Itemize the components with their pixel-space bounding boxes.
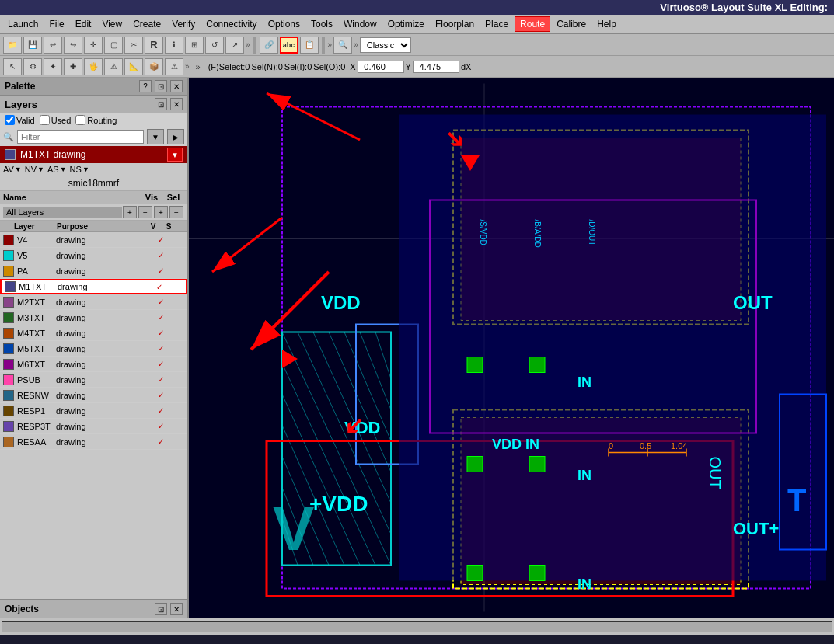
- hand-button[interactable]: 🖐: [84, 58, 103, 75]
- more-tools-3[interactable]: »: [354, 40, 358, 49]
- layer-row[interactable]: M6TXTdrawing✓: [0, 357, 187, 372]
- menu-verify[interactable]: Verify: [167, 17, 200, 31]
- av-select[interactable]: AV ▼: [3, 165, 22, 174]
- settings-button[interactable]: ⚙: [23, 58, 42, 75]
- layer-row[interactable]: M5TXTdrawing✓: [0, 341, 187, 357]
- layer-row[interactable]: RESNWdrawing✓: [0, 388, 187, 403]
- objects-expand[interactable]: ⊡: [155, 603, 167, 615]
- clipboard-button[interactable]: 📋: [300, 37, 319, 54]
- menu-help[interactable]: Help: [592, 17, 621, 31]
- more-tools-2[interactable]: »: [328, 40, 333, 49]
- filter-input[interactable]: [17, 130, 144, 144]
- menu-connectivity[interactable]: Connectivity: [201, 17, 261, 31]
- select-button[interactable]: ▢: [104, 37, 123, 54]
- canvas-area[interactable]: VDD VDD +VDD OUT OUT+ IN IN IN VDD IN 0 …: [189, 78, 834, 618]
- menu-options[interactable]: Options: [263, 17, 305, 31]
- abc-button[interactable]: abc: [280, 37, 298, 54]
- connect-button[interactable]: 🔗: [260, 37, 278, 54]
- all-layers-minus-vis[interactable]: −: [138, 206, 152, 218]
- valid-check[interactable]: Valid: [5, 115, 35, 125]
- layer-swatch: [3, 437, 14, 447]
- palette-help[interactable]: ?: [139, 80, 152, 92]
- routing-checkbox[interactable]: [75, 115, 85, 125]
- menu-view[interactable]: View: [97, 17, 127, 31]
- redo-button[interactable]: ↪: [64, 37, 82, 54]
- y-input[interactable]: [413, 61, 459, 73]
- layer-row[interactable]: M2TXTdrawing✓: [0, 294, 187, 310]
- used-check[interactable]: Used: [40, 115, 72, 125]
- layer-vis: ✓: [153, 251, 169, 259]
- all-layers-plus-vis[interactable]: +: [123, 206, 137, 218]
- warn-button[interactable]: ⚠: [104, 58, 123, 75]
- star-button[interactable]: ✦: [44, 58, 62, 75]
- menu-create[interactable]: Create: [128, 17, 166, 31]
- selected-layer-dropdown[interactable]: ▼: [167, 148, 183, 162]
- menu-file[interactable]: File: [44, 17, 68, 31]
- layer-row[interactable]: V5drawing✓: [0, 248, 187, 263]
- alert-button[interactable]: ⚠: [165, 58, 183, 75]
- palette-controls: ? ⊡ ✕: [139, 80, 183, 92]
- layer-row[interactable]: M3TXTdrawing✓: [0, 310, 187, 325]
- as-arrow[interactable]: ▼: [60, 165, 67, 173]
- undo-button[interactable]: ↩: [44, 37, 62, 54]
- box-button[interactable]: 📦: [145, 58, 163, 75]
- palette-title: Palette: [5, 81, 35, 92]
- used-checkbox[interactable]: [40, 115, 50, 125]
- menu-optimize[interactable]: Optimize: [383, 17, 429, 31]
- more-tools-1[interactable]: »: [246, 40, 250, 49]
- all-layers-plus-sel[interactable]: +: [154, 206, 168, 218]
- layer-checkboxes: Valid Used Routing: [0, 113, 187, 127]
- ns-select[interactable]: NS ▼: [70, 165, 89, 174]
- horizontal-scrollbar[interactable]: [2, 621, 832, 632]
- nv-arrow[interactable]: ▼: [37, 165, 44, 173]
- filter-arrow[interactable]: ▶: [167, 129, 184, 144]
- menu-route[interactable]: Route: [515, 16, 550, 32]
- as-select[interactable]: AS ▼: [47, 165, 67, 174]
- main-layout: Palette ? ⊡ ✕ Layers ⊡ ✕ Valid: [0, 78, 834, 618]
- svg-text:IN: IN: [578, 576, 591, 592]
- menu-place[interactable]: Place: [480, 17, 513, 31]
- r-button[interactable]: R: [145, 37, 163, 54]
- menu-edit[interactable]: Edit: [71, 17, 96, 31]
- x-input[interactable]: [358, 61, 404, 73]
- rotate-button[interactable]: ↺: [205, 37, 224, 54]
- plus-button[interactable]: ✚: [64, 58, 82, 75]
- save-button[interactable]: 💾: [23, 37, 42, 54]
- info-button[interactable]: ℹ: [165, 37, 183, 54]
- objects-close[interactable]: ✕: [170, 603, 183, 615]
- menu-floorplan[interactable]: Floorplan: [431, 17, 479, 31]
- valid-checkbox[interactable]: [5, 115, 15, 125]
- layer-row[interactable]: RESP1drawing✓: [0, 403, 187, 419]
- nv-select[interactable]: NV ▼: [25, 165, 44, 174]
- menu-window[interactable]: Window: [339, 17, 382, 31]
- cut-button[interactable]: ✂: [124, 37, 143, 54]
- measure-button[interactable]: 📐: [124, 58, 143, 75]
- layer-row[interactable]: PSUBdrawing✓: [0, 372, 187, 388]
- more-tools-4[interactable]: »: [185, 62, 190, 71]
- layer-row[interactable]: RESAAdrawing✓: [0, 434, 187, 450]
- filter-dropdown[interactable]: ▼: [147, 129, 164, 144]
- layer-row[interactable]: RESP3Tdrawing✓: [0, 419, 187, 434]
- menu-calibre[interactable]: Calibre: [552, 17, 591, 31]
- layers-expand[interactable]: ⊡: [155, 98, 167, 110]
- all-layers-minus-sel[interactable]: −: [169, 206, 183, 218]
- grid-button[interactable]: ⊞: [185, 37, 204, 54]
- menu-launch[interactable]: Launch: [3, 17, 43, 31]
- layer-row[interactable]: M1TXTdrawing✓: [0, 279, 187, 294]
- av-arrow[interactable]: ▼: [15, 165, 22, 173]
- flip-button[interactable]: ↗: [225, 37, 244, 54]
- open-button[interactable]: 📁: [3, 37, 22, 54]
- menu-tools[interactable]: Tools: [306, 17, 337, 31]
- layers-close[interactable]: ✕: [170, 98, 183, 110]
- layer-row[interactable]: V4drawing✓: [0, 232, 187, 248]
- layer-row[interactable]: M4TXTdrawing✓: [0, 325, 187, 341]
- ns-arrow[interactable]: ▼: [82, 165, 89, 173]
- search-button[interactable]: 🔍: [333, 37, 352, 54]
- palette-close[interactable]: ✕: [170, 80, 183, 92]
- layer-row[interactable]: PAdrawing✓: [0, 263, 187, 279]
- palette-expand[interactable]: ⊡: [155, 80, 167, 92]
- theme-select[interactable]: Classic: [360, 37, 411, 53]
- move-button[interactable]: ✛: [84, 37, 103, 54]
- arrow-button[interactable]: ↖: [3, 58, 22, 75]
- routing-check[interactable]: Routing: [75, 115, 117, 125]
